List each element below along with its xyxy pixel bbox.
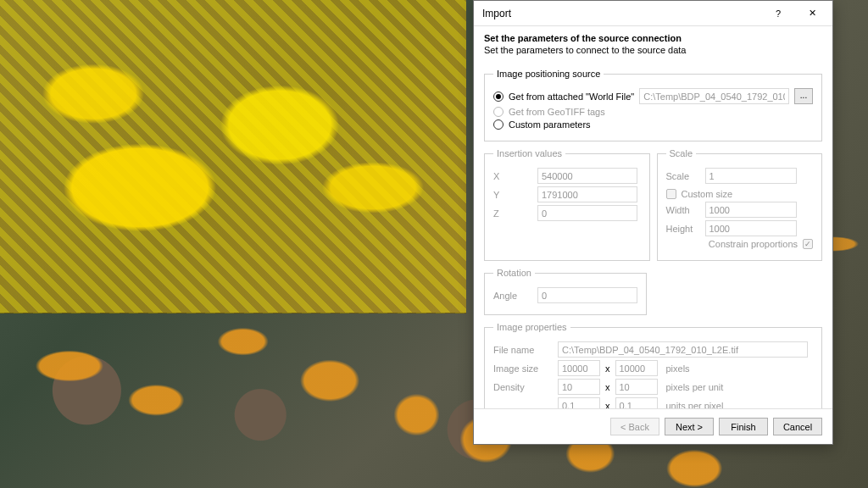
y-label: Y: [493, 190, 532, 200]
help-button[interactable]: ?: [761, 2, 795, 25]
radio-custom-label: Custom parameters: [509, 119, 591, 130]
imagesize-h-input[interactable]: [615, 360, 658, 376]
z-input[interactable]: [537, 205, 637, 221]
cancel-button[interactable]: Cancel: [773, 418, 822, 435]
radio-worldfile[interactable]: [493, 92, 504, 102]
worldfile-path-input[interactable]: [639, 88, 789, 104]
next-button[interactable]: Next >: [665, 418, 714, 435]
width-input[interactable]: [705, 202, 797, 218]
density-x-input[interactable]: [558, 379, 600, 395]
by-label-3: x: [605, 401, 610, 409]
imagesize-label: Image size: [493, 363, 553, 374]
by-label-1: x: [605, 363, 610, 374]
z-label: Z: [493, 208, 532, 219]
filename-label: File name: [493, 345, 553, 355]
radio-row-worldfile[interactable]: Get from attached "World File" ...: [493, 88, 813, 104]
help-icon: ?: [776, 8, 781, 19]
angle-input[interactable]: [537, 287, 637, 303]
props-legend: Image properties: [493, 322, 570, 332]
positioning-legend: Image positioning source: [493, 69, 604, 79]
radio-geotiff-label: Get from GeoTIFF tags: [509, 107, 605, 117]
dialog-header: Set the parameters of the source connect…: [474, 26, 832, 64]
angle-label: Angle: [493, 291, 532, 301]
upp-x-input[interactable]: [558, 397, 600, 408]
insertion-group: Insertion values X Y Z: [484, 148, 650, 261]
positioning-group: Image positioning source Get from attach…: [484, 69, 822, 141]
imagesize-units: pixels: [666, 363, 690, 374]
close-icon: ✕: [809, 8, 816, 19]
constrain-label: Constrain proportions: [709, 239, 798, 249]
dialog-titlebar[interactable]: Import ? ✕: [474, 1, 832, 26]
density-y-input[interactable]: [615, 379, 658, 395]
radio-row-geotiff: Get from GeoTIFF tags: [493, 107, 813, 117]
scale-group: Scale Scale Custom size Width Height Con…: [657, 148, 823, 261]
x-label: X: [493, 171, 532, 181]
rotation-group: Rotation Angle: [484, 268, 647, 315]
radio-worldfile-label: Get from attached "World File": [509, 92, 634, 102]
dialog-title: Import: [482, 8, 761, 19]
radio-row-custom[interactable]: Custom parameters: [493, 119, 813, 130]
imagesize-w-input[interactable]: [558, 360, 600, 376]
browse-button[interactable]: ...: [794, 88, 813, 104]
finish-button[interactable]: Finish: [719, 418, 768, 435]
density-label: Density: [493, 382, 553, 392]
close-button[interactable]: ✕: [795, 2, 829, 25]
dialog-heading: Set the parameters of the source connect…: [484, 33, 822, 43]
gis-overlay-yellow: [0, 0, 466, 313]
dialog-subheading: Set the parameters to connect to the sou…: [484, 45, 822, 55]
insertion-legend: Insertion values: [493, 148, 565, 158]
upp-units: units per pixel: [666, 401, 724, 409]
rotation-legend: Rotation: [493, 268, 535, 278]
by-label-2: x: [605, 382, 610, 392]
scale-input[interactable]: [705, 168, 797, 184]
custom-size-checkbox[interactable]: [666, 189, 676, 199]
radio-geotiff: [493, 107, 504, 117]
height-label: Height: [666, 224, 700, 234]
constrain-checkbox[interactable]: [803, 239, 813, 249]
density-units: pixels per unit: [666, 382, 724, 392]
upp-y-input[interactable]: [615, 397, 658, 408]
filename-input[interactable]: [558, 341, 808, 358]
image-properties-group: Image properties File name Image size x …: [484, 322, 822, 408]
height-input[interactable]: [705, 220, 797, 236]
dialog-footer: < Back Next > Finish Cancel: [474, 408, 832, 444]
x-input[interactable]: [537, 168, 637, 184]
import-dialog: Import ? ✕ Set the parameters of the sou…: [473, 0, 833, 445]
scale-label: Scale: [666, 171, 700, 181]
radio-custom[interactable]: [493, 119, 504, 130]
custom-size-label: Custom size: [682, 189, 733, 199]
back-button: < Back: [610, 418, 659, 435]
scale-legend: Scale: [666, 148, 697, 158]
width-label: Width: [666, 205, 700, 215]
dialog-body: Image positioning source Get from attach…: [474, 64, 832, 408]
y-input[interactable]: [537, 186, 637, 202]
